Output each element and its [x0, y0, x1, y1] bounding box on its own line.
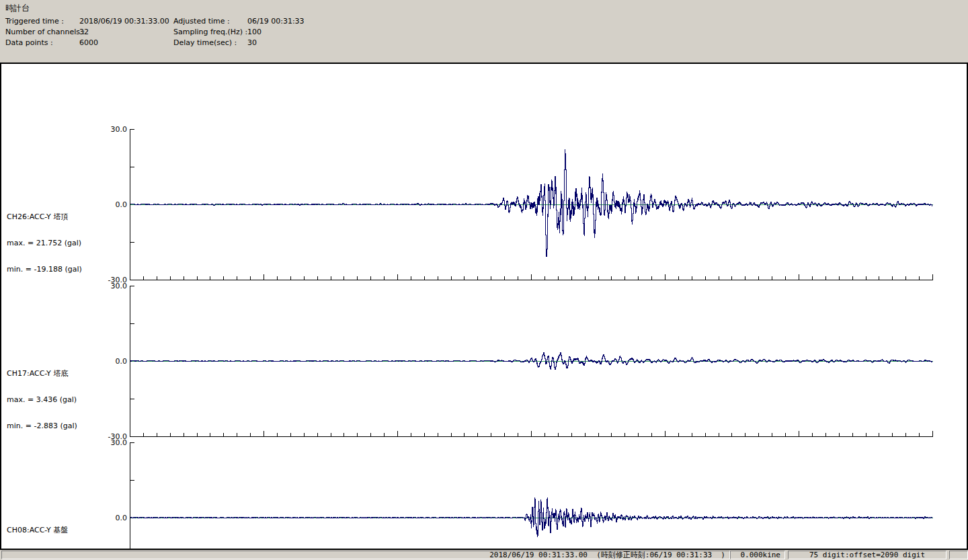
status-kine-value: 0.000kine: [730, 551, 785, 559]
waveform-trace-ch26: [129, 128, 936, 282]
sampling-freq-label: Sampling freq.(Hz) :: [173, 28, 247, 36]
adjusted-time-label: Adjusted time :: [173, 17, 230, 26]
delay-time-value: 30: [247, 38, 257, 47]
header-panel: 時計台 Triggered time : 2018/06/19 00:31:33…: [0, 0, 968, 63]
app-window: 時計台 Triggered time : 2018/06/19 00:31:33…: [0, 0, 968, 560]
data-points-value: 6000: [79, 38, 98, 47]
y-tick-label: 30.0: [92, 282, 127, 290]
y-tick-label: 0.0: [92, 357, 127, 366]
status-spare-panel: [949, 551, 968, 559]
data-points-label: Data points :: [5, 38, 53, 47]
num-channels-value: 32: [79, 28, 89, 36]
waveform-trace-ch17: [129, 285, 936, 438]
channel-max: max. = 21.752 (gal): [7, 239, 121, 247]
delay-time-label: Delay time(sec) :: [173, 38, 237, 47]
waveform-plot-area: CH26:ACC-Y 塔頂 max. = 21.752 (gal) min. =…: [0, 63, 968, 550]
triggered-time-label: Triggered time :: [5, 17, 64, 26]
num-channels-label: Number of channels :: [5, 28, 85, 36]
channel-min: min. = -19.188 (gal): [7, 265, 121, 274]
triggered-time-value: 2018/06/19 00:31:33.00: [79, 17, 169, 26]
sampling-freq-value: 100: [247, 28, 261, 36]
waveform-trace-ch08: [129, 442, 936, 560]
y-tick-label: 0.0: [92, 514, 127, 522]
channel-name: CH08:ACC-Y 基盤: [7, 526, 121, 534]
status-bar: 2018/06/19 00:31:33.00 (時刻修正時刻:06/19 00:…: [0, 550, 968, 560]
y-tick-label: 30.0: [92, 125, 127, 134]
y-tick-label: 0.0: [92, 200, 127, 209]
channel-name: CH26:ACC-Y 塔頂: [7, 212, 121, 221]
channel-max: max. = 3.436 (gal): [7, 395, 121, 404]
channel-name: CH17:ACC-Y 塔底: [7, 369, 121, 378]
y-tick-label: 30.0: [92, 438, 127, 447]
status-digit-offset: 75 digit:offset=2090 digit: [788, 551, 946, 559]
window-title: 時計台: [5, 3, 30, 14]
status-datetime: 2018/06/19 00:31:33.00 (時刻修正時刻:06/19 00:…: [1, 551, 730, 559]
adjusted-time-value: 06/19 00:31:33: [247, 17, 305, 26]
channel-min: min. = -2.883 (gal): [7, 422, 121, 430]
